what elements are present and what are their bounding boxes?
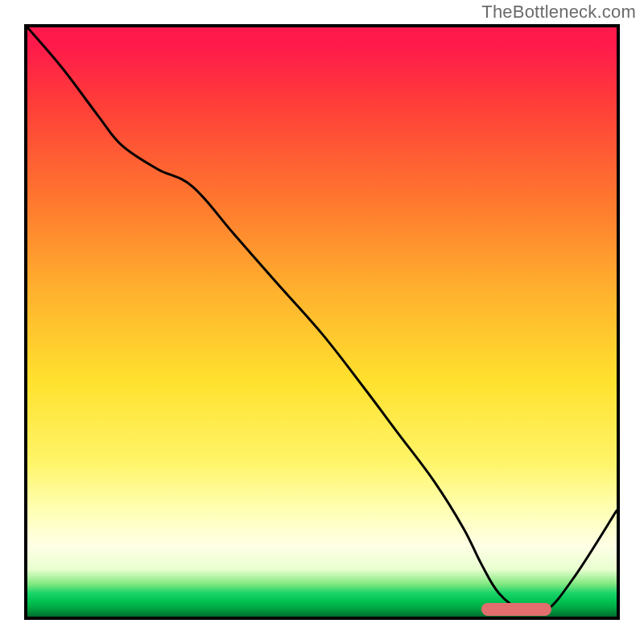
bottleneck-curve [27,27,617,617]
plot-area [24,24,620,620]
chart-container: TheBottleneck.com [0,0,644,644]
optimal-range-marker [481,603,552,616]
watermark-text: TheBottleneck.com [481,2,636,23]
